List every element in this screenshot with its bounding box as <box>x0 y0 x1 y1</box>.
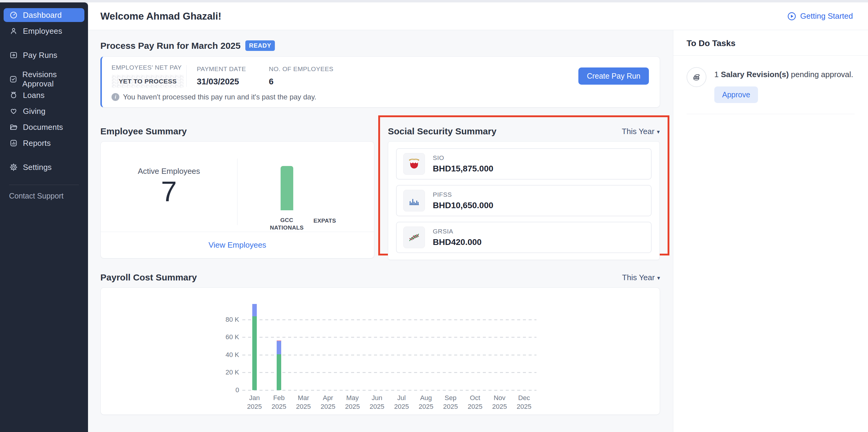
x-axis-month-label: Dec2025 <box>509 394 539 411</box>
employee-chart-category: GCC NATIONALS <box>268 142 306 232</box>
sidebar-item-loans[interactable]: Loans <box>4 88 84 102</box>
chevron-down-icon: ▾ <box>657 274 660 281</box>
top-header: Welcome Ahmad Ghazali! Getting Started <box>88 2 868 30</box>
y-axis-tick-label: 20 K <box>203 368 239 376</box>
bar-segment-green-segment[interactable] <box>277 354 281 390</box>
line-graph-icon <box>403 227 425 248</box>
employee-type-chart: GCC NATIONALSEXPATS <box>268 142 344 232</box>
employee-count-value: 6 <box>269 77 333 87</box>
y-axis-tick-label: 80 K <box>203 316 239 324</box>
employee-summary-footer: View Employees <box>101 232 374 258</box>
pay-runs-icon <box>9 51 18 60</box>
grsia-amount: BHD420.000 <box>433 237 482 247</box>
sidebar-item-dashboard[interactable]: Dashboard <box>4 8 84 22</box>
sio-amount: BHD15,875.000 <box>433 164 493 173</box>
chart-gridline <box>242 372 536 373</box>
payment-date-label: PAYMENT DATE <box>197 65 246 73</box>
social-security-title: Social Security Summary <box>388 126 496 136</box>
employee-chart-category: EXPATS <box>306 142 344 232</box>
y-axis-tick-label: 0 <box>203 386 239 394</box>
bar-segment-blue-segment[interactable] <box>277 341 281 354</box>
todo-title: To Do Tasks <box>687 39 855 48</box>
todo-panel: To Do Tasks 1 Salary Revision(s) pending… <box>673 30 868 432</box>
revisions-approval-icon <box>9 75 18 84</box>
employee-count-bar[interactable] <box>281 166 293 210</box>
sidebar-item-employees[interactable]: Employees <box>4 24 84 38</box>
bahrain-emblem-icon <box>403 153 425 175</box>
y-axis-tick-label: 40 K <box>203 351 239 359</box>
employee-summary-section: Employee Summary Active Employees 7 GCC … <box>100 115 374 259</box>
sidebar-item-giving[interactable]: Giving <box>4 104 84 118</box>
sidebar-item-label: Employees <box>23 27 62 36</box>
active-employees-label: Active Employees <box>138 167 200 176</box>
payrun-section-header: Process Pay Run for March 2025 READY <box>100 40 673 51</box>
sio-label: SIO <box>433 154 493 162</box>
getting-started-link[interactable]: Getting Started <box>787 11 853 21</box>
net-pay-value: YET TO PROCESS <box>112 75 184 88</box>
sidebar-item-reports[interactable]: Reports <box>4 136 84 150</box>
social-security-item-grsia[interactable]: GRSIA BHD420.000 <box>396 222 652 253</box>
reports-icon <box>9 139 18 147</box>
page-title: Welcome Ahmad Ghazali! <box>100 10 221 22</box>
app-window: Dashboard Employees Pay Runs Revisions A… <box>0 0 868 432</box>
social-security-item-pifss[interactable]: PIFSS BHD10,650.000 <box>396 185 652 216</box>
social-security-item-sio[interactable]: SIO BHD15,875.000 <box>396 148 652 179</box>
dashboard-main: Process Pay Run for March 2025 READY EMP… <box>88 30 673 432</box>
y-axis-tick-label: 60 K <box>203 333 239 341</box>
dashboard-icon <box>9 10 18 20</box>
payroll-cost-card: 020 K40 K60 K80 KJan2025Feb2025Mar2025Ap… <box>100 288 660 415</box>
info-icon: i <box>112 93 119 101</box>
sidebar-item-documents[interactable]: Documents <box>4 120 84 134</box>
employee-chart-label: EXPATS <box>313 217 336 225</box>
sidebar-item-label: Dashboard <box>23 10 62 20</box>
contact-support-link[interactable]: Contact Support <box>0 192 88 200</box>
sidebar-item-label: Settings <box>23 163 52 172</box>
payrun-section-title: Process Pay Run for March 2025 <box>100 41 241 51</box>
grsia-label: GRSIA <box>433 228 482 235</box>
approve-button[interactable]: Approve <box>714 87 758 103</box>
social-security-highlight-box: Social Security Summary This Year ▾ <box>378 115 670 256</box>
bar-segment-blue-segment[interactable] <box>252 304 257 316</box>
play-circle-icon <box>787 11 797 21</box>
todo-task-salary-revision: 1 Salary Revision(s) pending approval. A… <box>687 56 855 114</box>
employee-count-label: NO. OF EMPLOYEES <box>269 65 333 73</box>
content-column: Welcome Ahmad Ghazali! Getting Started P… <box>88 2 868 432</box>
sidebar: Dashboard Employees Pay Runs Revisions A… <box>0 2 88 432</box>
bar-graph-icon <box>403 190 425 211</box>
sidebar-divider <box>9 185 79 185</box>
sidebar-item-revisions-approval[interactable]: Revisions Approval <box>4 72 84 86</box>
payment-date-value: 31/03/2025 <box>197 77 246 87</box>
chart-gridline <box>242 355 536 356</box>
sidebar-item-settings[interactable]: Settings <box>4 160 84 174</box>
loans-icon <box>9 91 18 100</box>
payrun-note-text: You haven't processed this pay run and i… <box>123 93 316 101</box>
chart-gridline <box>242 390 536 391</box>
bar-segment-pink-segment[interactable] <box>277 340 281 341</box>
sidebar-item-label: Documents <box>23 123 63 132</box>
employees-icon <box>9 27 18 36</box>
sidebar-item-label: Revisions Approval <box>22 70 79 89</box>
view-employees-link[interactable]: View Employees <box>209 240 267 250</box>
create-pay-run-button[interactable]: Create Pay Run <box>578 67 649 85</box>
bar-segment-green-segment[interactable] <box>252 316 257 390</box>
net-pay-label: EMPLOYEES' NET PAY <box>112 64 186 71</box>
chart-gridline <box>242 337 536 338</box>
pifss-label: PIFSS <box>433 191 493 198</box>
chart-gridline <box>242 319 536 320</box>
social-security-period-dropdown[interactable]: This Year ▾ <box>622 127 660 136</box>
payroll-cost-chart: 020 K40 K60 K80 KJan2025Feb2025Mar2025Ap… <box>224 302 536 406</box>
employee-chart-label: GCC NATIONALS <box>268 216 306 232</box>
documents-icon <box>9 123 18 132</box>
settings-icon <box>9 163 18 172</box>
employee-summary-title: Employee Summary <box>100 126 374 136</box>
payroll-cost-period-dropdown[interactable]: This Year ▾ <box>622 273 660 282</box>
payrun-card: EMPLOYEES' NET PAY YET TO PROCESS PAYMEN… <box>100 56 660 107</box>
employee-summary-card: Active Employees 7 GCC NATIONALSEXPATS V… <box>100 141 374 259</box>
coins-icon <box>687 67 707 87</box>
payroll-cost-section: Payroll Cost Summary This Year ▾ 020 K40… <box>100 272 660 415</box>
sidebar-item-pay-runs[interactable]: Pay Runs <box>4 48 84 62</box>
sidebar-item-label: Giving <box>23 107 45 116</box>
social-security-card: SIO BHD15,875.000 <box>388 141 660 260</box>
giving-icon <box>9 107 18 116</box>
chevron-down-icon: ▾ <box>657 128 660 135</box>
